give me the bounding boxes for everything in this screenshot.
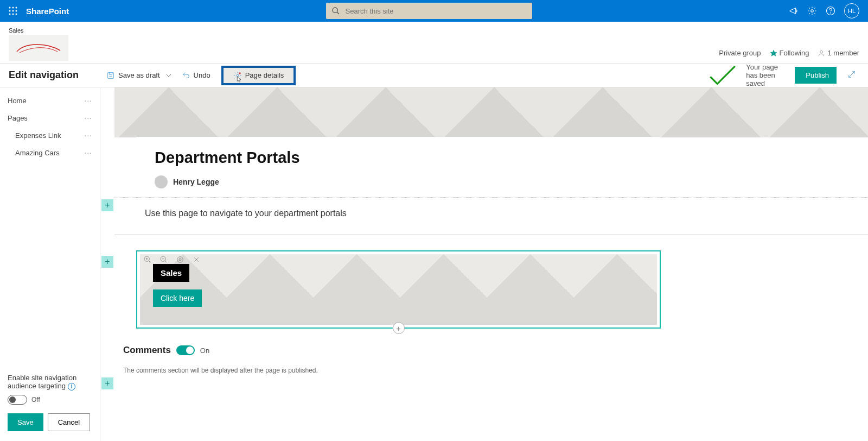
svg-point-13: [831, 12, 831, 13]
page-toolbar: Edit navigation Save as draft Undo Page …: [0, 64, 868, 87]
page-details-button[interactable]: Page details: [224, 68, 294, 83]
focal-point-icon[interactable]: [175, 255, 185, 264]
cursor-icon: [234, 75, 243, 84]
expand-button[interactable]: [844, 67, 859, 84]
app-launcher-icon[interactable]: [4, 2, 22, 20]
comments-heading: Comments: [123, 345, 171, 356]
svg-point-6: [9, 14, 11, 15]
svg-point-4: [12, 10, 14, 12]
nav-item-expenses[interactable]: Expenses Link···: [0, 127, 100, 144]
search-box[interactable]: [326, 3, 532, 19]
intro-text[interactable]: Use this page to navigate to your depart…: [114, 209, 868, 218]
svg-point-11: [811, 10, 814, 12]
author-avatar-icon: [155, 175, 168, 188]
help-icon[interactable]: [826, 6, 835, 16]
info-icon[interactable]: i: [68, 383, 75, 390]
svg-point-8: [16, 14, 17, 15]
section-divider: [114, 197, 868, 198]
search-input[interactable]: [346, 7, 527, 15]
site-name[interactable]: Sales: [9, 27, 68, 34]
page-details-highlight: Page details: [221, 66, 296, 85]
comments-section: Comments On The comments section will be…: [114, 329, 868, 374]
add-section-button[interactable]: +: [101, 377, 113, 389]
webpart-toolbar: [141, 253, 203, 267]
suite-header: SharePoint HL: [0, 0, 868, 22]
avatar[interactable]: HL: [844, 3, 859, 18]
nav-item-pages[interactable]: Pages···: [0, 109, 100, 127]
section-gutter: + + +: [100, 87, 114, 441]
more-icon[interactable]: ···: [84, 131, 92, 140]
svg-point-3: [9, 10, 11, 12]
zoom-out-icon[interactable]: [159, 255, 169, 264]
publish-button[interactable]: Publish: [795, 67, 837, 84]
page-canvas[interactable]: Department Portals Henry Legge Use this …: [114, 87, 868, 441]
navigation-panel: Home··· Pages··· Expenses Link··· Amazin…: [0, 87, 100, 441]
close-icon[interactable]: [192, 255, 201, 264]
megaphone-icon[interactable]: [789, 6, 799, 16]
add-section-button[interactable]: +: [101, 199, 113, 211]
zoom-in-icon[interactable]: [143, 255, 152, 264]
svg-point-1: [12, 7, 14, 9]
page-title[interactable]: Department Portals: [155, 149, 641, 167]
nav-save-button[interactable]: Save: [8, 413, 43, 431]
audience-targeting-toggle[interactable]: [8, 395, 27, 405]
svg-point-28: [177, 257, 183, 263]
audience-targeting-label: Enable site navigation audience targetin…: [8, 374, 92, 390]
svg-rect-16: [108, 72, 114, 78]
svg-line-10: [337, 12, 339, 14]
brand-label[interactable]: SharePoint: [26, 7, 69, 16]
add-webpart-button[interactable]: +: [393, 322, 405, 334]
svg-line-26: [165, 261, 167, 262]
edit-navigation-heading: Edit navigation: [9, 70, 101, 81]
svg-point-18: [239, 72, 240, 74]
save-as-draft-button[interactable]: Save as draft: [101, 68, 165, 83]
hero-tile-cta[interactable]: Click here: [153, 289, 202, 307]
svg-point-29: [179, 259, 181, 261]
svg-point-15: [820, 51, 823, 53]
svg-point-5: [16, 10, 17, 12]
comments-note: The comments section will be displayed a…: [123, 367, 859, 374]
toggle-off-label: Off: [31, 396, 40, 404]
search-icon: [331, 7, 340, 15]
nav-item-home[interactable]: Home···: [0, 92, 100, 109]
chevron-down-icon[interactable]: [165, 72, 172, 79]
site-logo[interactable]: [9, 35, 68, 61]
add-section-button[interactable]: +: [101, 256, 113, 268]
title-area[interactable]: Department Portals Henry Legge: [136, 137, 660, 195]
webpart-zone: Sales Click here +: [114, 250, 868, 329]
car-logo-icon: [14, 40, 63, 56]
svg-line-22: [149, 261, 150, 262]
svg-point-2: [16, 7, 17, 9]
hero-tile[interactable]: Sales Click here: [140, 254, 657, 325]
nav-item-amazing-cars[interactable]: Amazing Cars···: [0, 144, 100, 161]
comments-toggle[interactable]: [176, 345, 195, 355]
more-icon[interactable]: ···: [84, 114, 92, 122]
nav-cancel-button[interactable]: Cancel: [48, 413, 90, 431]
comments-state-label: On: [200, 346, 209, 355]
svg-point-7: [12, 14, 14, 15]
gear-icon[interactable]: [807, 6, 817, 16]
hero-webpart-selected[interactable]: Sales Click here +: [136, 250, 661, 329]
more-icon[interactable]: ···: [84, 148, 92, 157]
hero-background: [114, 87, 868, 137]
svg-point-0: [9, 7, 11, 9]
section-divider: [114, 235, 868, 235]
workspace: Home··· Pages··· Expenses Link··· Amazin…: [0, 87, 868, 441]
svg-point-9: [333, 8, 337, 12]
page-author[interactable]: Henry Legge: [155, 175, 641, 188]
more-icon[interactable]: ···: [84, 96, 92, 105]
undo-button[interactable]: Undo: [176, 68, 216, 83]
